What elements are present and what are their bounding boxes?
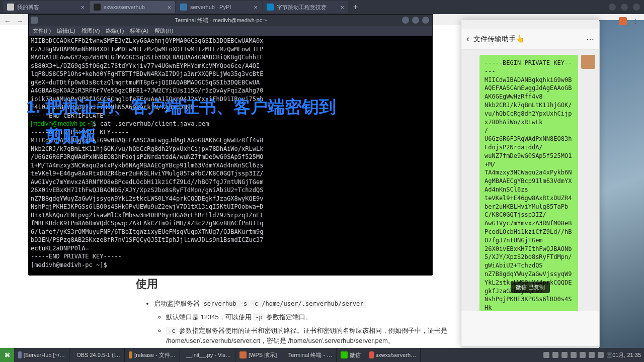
favicon (94, 4, 101, 11)
menu-view[interactable]: 视图(V) (82, 27, 100, 35)
app-icon (73, 351, 74, 358)
list-item: 启动监控服务器 serverhub -s -c /home/user/.serv… (154, 299, 448, 346)
taskbar-app[interactable]: __init__.py - Vis… (180, 348, 235, 362)
wechat-window: ‹ 文件传输助手👆 ⋯ -----BEGIN PRIVATE KEY----- … (461, 19, 600, 347)
taskbar-app[interactable]: [ServerHub [~/… (14, 348, 69, 362)
volume-icon[interactable] (589, 352, 595, 358)
menu-file[interactable]: 文件(F) (33, 27, 51, 35)
avatar[interactable] (581, 55, 595, 69)
tab-title: 字节跳动工程竞技赛 (277, 4, 327, 11)
chat-title: 文件传输助手👆 (473, 35, 586, 44)
favicon (267, 4, 274, 11)
tray-icon[interactable] (571, 352, 577, 358)
tray-icon[interactable] (543, 352, 549, 358)
taskbar-app[interactable]: Terminal 终端 - … (281, 348, 337, 362)
browser-tab[interactable]: 我的博客× (3, 1, 89, 13)
menu-edit[interactable]: 编辑(E) (57, 27, 75, 35)
code: -c (166, 327, 177, 335)
back-icon[interactable]: ‹ (466, 34, 469, 44)
terminal-icon (31, 17, 38, 24)
taskbar: ⌘ [ServerHub [~/… OBS 24.0.5-1 (l… [rele… (0, 348, 644, 362)
app-icon (129, 351, 132, 358)
taskbar-app[interactable]: 微信 (337, 348, 365, 362)
tray-icon[interactable] (552, 352, 558, 358)
taskbar-app[interactable]: [WPS 演示] (235, 348, 281, 362)
app-icon (369, 351, 373, 358)
clock[interactable]: 三01月, 21:35 (607, 351, 641, 359)
network-icon[interactable] (580, 352, 586, 358)
favicon (7, 4, 14, 11)
close-icon[interactable] (633, 4, 640, 11)
app-icon (18, 351, 22, 358)
taskbar-app[interactable]: OBS 24.0.5-1 (l… (69, 348, 125, 362)
wechat-header: ‹ 文件传输助手👆 ⋯ (461, 29, 599, 50)
maximize-icon[interactable] (412, 17, 419, 24)
close-icon[interactable]: × (167, 4, 171, 11)
toast: 微信 已复制 (511, 282, 550, 293)
close-icon[interactable]: × (80, 4, 85, 11)
app-icon (285, 351, 286, 358)
close-icon[interactable]: × (340, 4, 344, 11)
tab-title: sxwxs/serverhub (104, 4, 145, 10)
code: -p (253, 313, 264, 321)
tab-title: 我的博客 (17, 4, 39, 11)
chat-message: -----BEGIN PRIVATE KEY----- MIICdwIBADAN… (465, 55, 595, 311)
chat-body[interactable]: -----BEGIN PRIVATE KEY----- MIICdwIBADAN… (461, 50, 599, 311)
browser-tab[interactable]: serverhub · PyPI× (176, 1, 262, 13)
maximize-icon[interactable] (621, 4, 628, 11)
extension-icon[interactable] (619, 17, 627, 25)
terminal-titlebar[interactable]: Terminal 终端 - medivh@medivh-pc:~ (29, 15, 432, 26)
taskbar-app[interactable]: [release - 文件… (125, 348, 180, 362)
code: serverhub -s -c /home/user/.serverhub/se… (202, 300, 366, 308)
minimize-icon[interactable] (402, 17, 409, 24)
battery-icon[interactable] (598, 352, 604, 358)
menu-help[interactable]: 帮助(H) (154, 27, 173, 35)
message-bubble[interactable]: -----BEGIN PRIVATE KEY----- MIICdwIBADAN… (479, 55, 578, 311)
app-icon (341, 351, 348, 358)
terminal-body[interactable]: MIIBoDCCAQkCFFb2twnwSMFE3vZLxy6GAehnjQYP… (29, 36, 432, 276)
taskbar-app[interactable]: sxwxs/serverh… (365, 348, 421, 362)
tab-title: serverhub · PyPI (190, 4, 231, 10)
browser-tab-bar: 我的博客× sxwxs/serverhub× serverhub · PyPI×… (0, 0, 644, 14)
start-button[interactable]: ⌘ (0, 348, 14, 362)
more-icon[interactable]: ⋯ (586, 34, 594, 44)
readme-content: 使用 启动监控服务器 serverhub -s -c /home/user/.s… (136, 277, 448, 349)
close-icon[interactable] (422, 17, 429, 24)
section-heading: 使用 (136, 277, 448, 292)
terminal-title: Terminal 终端 - medivh@medivh-pc:~ (40, 17, 402, 24)
list-item: -c 参数指定服务器使用的证书和密钥的路径。证书和密钥的名称应该相同，例如例子中… (166, 326, 448, 347)
menu-tabs[interactable]: 标签(A) (130, 27, 148, 35)
tray-icon[interactable] (561, 352, 568, 358)
list-item: 默认端口是 12345，可以使用 -p 参数指定端口。 (166, 312, 448, 323)
menu-button[interactable]: ⋮ (632, 17, 639, 25)
minimize-icon[interactable] (609, 4, 616, 11)
system-tray: 三01月, 21:35 (543, 351, 644, 359)
app-icon (239, 351, 247, 358)
window-controls (609, 4, 644, 11)
browser-tab[interactable]: sxwxs/serverhub× (90, 1, 175, 13)
menu-terminal[interactable]: 终端(T) (106, 27, 124, 35)
terminal-menubar: 文件(F) 编辑(E) 视图(V) 终端(T) 标签(A) 帮助(H) (29, 26, 432, 36)
back-button[interactable]: ← (4, 17, 11, 25)
wechat-top-strip (461, 20, 599, 29)
browser-tab[interactable]: 字节跳动工程竞技赛× (263, 1, 348, 13)
close-icon[interactable]: × (254, 4, 258, 11)
favicon (180, 4, 187, 11)
new-tab-button[interactable]: + (349, 3, 362, 12)
overlay-text: 剪贴板 (45, 125, 97, 148)
forward-button[interactable]: → (16, 17, 23, 25)
